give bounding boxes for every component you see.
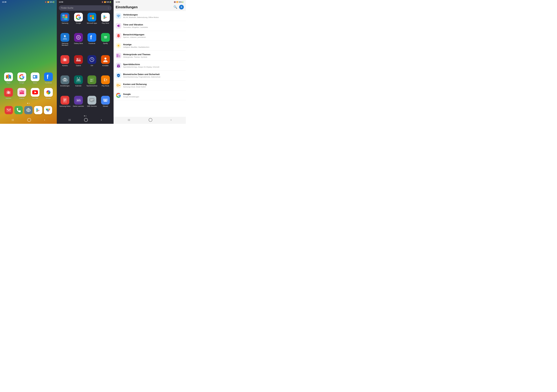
- settings-item-benachrichtigungen[interactable]: Benachrichtigungen Sperren, zulassen, pr…: [114, 31, 186, 41]
- nav-home-drawer[interactable]: [84, 118, 88, 122]
- svg-rect-105: [118, 54, 118, 55]
- app-kamera-drawer[interactable]: Kamera: [59, 55, 71, 74]
- settings-screen: 12:50 🔇 📶 51%🔋 Einstellungen 🔍 S Verbind…: [114, 0, 186, 124]
- search-placeholder: Finder-Suche: [61, 7, 73, 9]
- nav-home-settings[interactable]: [149, 118, 152, 122]
- app-taschenrechner[interactable]: ÷×+− Taschenrechner: [86, 75, 98, 94]
- app-facebook-drawer[interactable]: f Facebook: [86, 33, 98, 54]
- status-bar-drawer: 12:50 🔇 📶 51%🔋: [57, 0, 114, 3]
- time-home: 12:49: [2, 1, 6, 3]
- svg-marker-82: [91, 102, 92, 103]
- nav-bar-drawer: ||| ‹: [57, 117, 114, 124]
- svg-point-92: [118, 17, 119, 17]
- settings-text-sperrbildschirm: Sperrbildschirm Sperrbildschirmtyp, Alwa…: [123, 63, 159, 68]
- status-icons-drawer: 🔇 📶 51%🔋: [102, 1, 112, 3]
- nav-back[interactable]: ‹: [44, 118, 45, 122]
- svg-rect-104: [117, 54, 117, 57]
- app-galerie[interactable]: Galerie: [16, 88, 28, 99]
- nav-recents-settings[interactable]: |||: [128, 119, 130, 121]
- app-grid: Samsung Google: [57, 12, 114, 116]
- app-maps[interactable]: Maps: [3, 72, 14, 84]
- svg-rect-51: [64, 58, 65, 58]
- app-sms[interactable]: SMS Services: [86, 96, 98, 115]
- app-kontakte[interactable]: Kontakte: [99, 55, 112, 74]
- avatar[interactable]: S: [179, 5, 184, 9]
- svg-rect-90: [106, 100, 107, 101]
- svg-point-15: [20, 91, 21, 92]
- nav-recents[interactable]: |||: [12, 119, 14, 121]
- app-einstellungen-drawer[interactable]: Einstellungen: [59, 75, 71, 94]
- settings-item-sperrbildschirm[interactable]: Sperrbildschirm Sperrbildschirmtyp, Alwa…: [114, 61, 186, 71]
- app-google-photos[interactable]: Google: [42, 88, 54, 99]
- svg-rect-87: [106, 99, 107, 100]
- svg-rect-30: [65, 16, 67, 18]
- volume-icon: [116, 23, 121, 29]
- dock-mail[interactable]: [5, 106, 13, 114]
- app-playstore-drawer[interactable]: Play Store: [99, 13, 112, 32]
- dock-chrome[interactable]: [44, 106, 52, 114]
- svg-line-101: [119, 44, 120, 45]
- app-drawer: 12:50 🔇 📶 51%🔋 Finder-Suche ⋮ Samsu: [57, 0, 114, 124]
- app-gamelauncher[interactable]: Game Launcher: [72, 96, 85, 115]
- svg-rect-29: [62, 16, 65, 18]
- nav-bar-settings: ||| ‹: [114, 117, 186, 124]
- app-spotify[interactable]: Spotify: [99, 33, 112, 54]
- svg-rect-84: [103, 99, 104, 100]
- app-news[interactable]: News: [29, 72, 41, 84]
- svg-rect-33: [90, 15, 92, 17]
- search-menu-icon[interactable]: ⋮: [107, 7, 109, 9]
- settings-text-verbindungen: Verbindungen WLAN, Bluetooth, Datennutzu…: [123, 14, 159, 18]
- app-youtube[interactable]: YouTube: [29, 88, 41, 99]
- app-playmusik[interactable]: Play Musik: [99, 75, 112, 94]
- svg-rect-89: [104, 100, 106, 101]
- svg-point-45: [78, 37, 79, 38]
- svg-point-56: [92, 59, 92, 60]
- svg-rect-32: [64, 18, 67, 20]
- app-uhr[interactable]: Uhr: [86, 55, 98, 74]
- svg-point-52: [77, 58, 78, 59]
- nav-recents-drawer[interactable]: |||: [68, 119, 71, 121]
- app-google[interactable]: Google: [16, 72, 28, 84]
- finder-search-bar[interactable]: Finder-Suche ⋮: [59, 5, 112, 11]
- settings-item-toene[interactable]: Töne und Vibration Tonmodus, Klingelton,…: [114, 21, 186, 31]
- search-icon[interactable]: 🔍: [173, 5, 177, 9]
- settings-item-google[interactable]: Google Google-Einstellungen: [114, 90, 186, 100]
- dock-settings[interactable]: [24, 106, 33, 114]
- svg-rect-91: [104, 101, 107, 102]
- app-microsoft[interactable]: Microsoft Apps: [86, 13, 98, 32]
- dock-phone[interactable]: [15, 106, 23, 114]
- svg-rect-7: [36, 76, 37, 77]
- shield-icon: [116, 72, 121, 78]
- nav-back-settings[interactable]: ‹: [171, 118, 172, 122]
- settings-item-themes[interactable]: Hintergründe und Themes Hintergründe, Th…: [114, 51, 186, 61]
- svg-point-50: [64, 59, 66, 60]
- app-samsung-members[interactable]: Samsung Members: [59, 33, 71, 54]
- settings-item-konten[interactable]: Konten und Sicherung Samsung Cloud, Smar…: [114, 80, 186, 90]
- home-screen: 12:49 🔇 📶 51%🔋 Maps: [0, 0, 57, 124]
- svg-point-114: [117, 85, 118, 86]
- app-galaxy-store[interactable]: Galaxy Store: [72, 33, 85, 54]
- themes-icon: [116, 53, 121, 58]
- svg-rect-28: [65, 15, 67, 16]
- nav-home[interactable]: [27, 118, 31, 122]
- app-notes[interactable]: Samsung Notes: [59, 96, 71, 115]
- status-icons-home: 🔇 📶 51%🔋: [45, 1, 55, 3]
- nav-back-drawer[interactable]: ‹: [101, 118, 102, 122]
- settings-item-verbindungen[interactable]: Verbindungen WLAN, Bluetooth, Datennutzu…: [114, 11, 186, 21]
- app-google-drawer[interactable]: Google: [72, 13, 85, 32]
- app-kamera[interactable]: Kamera: [3, 88, 14, 99]
- app-samsung[interactable]: Samsung: [59, 13, 71, 32]
- status-bar-home: 12:49 🔇 📶 51%🔋: [0, 0, 57, 3]
- svg-point-69: [105, 79, 106, 80]
- app-kalender[interactable]: 20 Kalender: [72, 75, 85, 94]
- app-gboard[interactable]: Gboard: [99, 96, 112, 115]
- svg-rect-93: [118, 37, 119, 37]
- dock-playstore[interactable]: [34, 106, 42, 114]
- settings-item-anzeige[interactable]: Anzeige Helligkeit, Blaufilter, Startbil…: [114, 41, 186, 51]
- settings-item-biometrie[interactable]: Biometrische Daten und Sicherheit Gesich…: [114, 71, 186, 80]
- svg-rect-36: [92, 17, 94, 19]
- app-galerie-drawer[interactable]: Galerie: [72, 55, 85, 74]
- app-facebook[interactable]: f Facebook: [42, 72, 54, 84]
- svg-point-57: [104, 57, 106, 60]
- svg-rect-106: [118, 54, 118, 55]
